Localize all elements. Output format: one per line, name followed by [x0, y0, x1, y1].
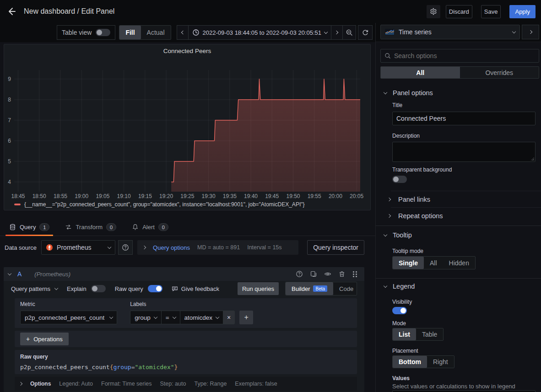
svg-text:20:00: 20:00	[329, 193, 342, 199]
viz-picker-expand-button[interactable]	[522, 25, 539, 39]
zoom-out-button[interactable]	[342, 25, 356, 40]
repeat-options-row[interactable]: Repeat options	[388, 211, 443, 220]
raw-label-key: group	[114, 364, 131, 371]
discard-button[interactable]: Discard	[446, 5, 472, 18]
section-divider	[376, 278, 541, 279]
panel-options-title: Panel options	[393, 89, 433, 97]
query-patterns-dropdown[interactable]: Query patterns	[11, 285, 58, 292]
section-divider	[376, 226, 541, 226]
add-operations-button[interactable]: + Operations	[20, 333, 69, 345]
tab-alert[interactable]: Alert 0	[126, 219, 174, 236]
datasource-picker[interactable]: Prometheus	[41, 240, 115, 255]
raw-metric: p2p_connected_peers_count	[20, 364, 110, 371]
query-help-icon[interactable]	[296, 270, 303, 278]
actual-option[interactable]: Actual	[141, 26, 171, 39]
search-options-box[interactable]	[380, 49, 539, 63]
run-queries-button[interactable]: Run queries	[238, 282, 279, 295]
tab-transform[interactable]: Transform 0	[60, 219, 122, 236]
time-range-text: 2022-09-03 18:44:05 to 2022-09-03 20:05:…	[203, 29, 322, 36]
legend-series-label[interactable]: {__name__="p2p_connected_peers_count", g…	[24, 201, 304, 208]
chart-panel[interactable]: Connected Peers 18:4518:5018:5519:0019:0…	[4, 44, 371, 210]
table-view-toggle[interactable]	[96, 29, 110, 36]
svg-text:19:05: 19:05	[96, 193, 109, 199]
query-patterns-label: Query patterns	[11, 285, 50, 292]
arrow-left-icon	[6, 6, 16, 16]
remove-label-button[interactable]: ×	[223, 311, 235, 324]
label-name-select[interactable]: group	[130, 311, 162, 324]
clock-icon	[192, 29, 200, 36]
add-label-button[interactable]: +	[239, 311, 253, 324]
search-options-input[interactable]	[394, 52, 535, 59]
chart-legend: {__name__="p2p_connected_peers_count", g…	[14, 201, 304, 208]
legend-mode-list[interactable]: List	[393, 328, 416, 340]
timeseries-viz-icon	[385, 29, 395, 35]
tooltip-mode-all[interactable]: All	[424, 257, 443, 269]
legend-visibility-toggle[interactable]	[392, 307, 407, 314]
duplicate-query-icon[interactable]	[310, 270, 317, 278]
description-textarea[interactable]	[392, 142, 536, 162]
label-op-select[interactable]: =	[161, 311, 180, 324]
legend-placement-bottom[interactable]: Bottom	[393, 356, 427, 368]
top-bar: New dashboard / Edit Panel Discard Save …	[0, 0, 541, 23]
legend-placement-right[interactable]: Right	[427, 356, 454, 368]
query-options-label: Query options	[153, 244, 190, 251]
legend-series-marker[interactable]	[14, 204, 21, 205]
panel-options-header[interactable]: Panel options	[384, 89, 433, 97]
svg-text:5: 5	[8, 158, 11, 165]
query-inspector-button[interactable]: Query inspector	[307, 240, 364, 255]
collapse-chevron-icon[interactable]	[8, 272, 11, 275]
operations-block: + Operations	[15, 331, 357, 347]
query-options-bar[interactable]: Query options MD = auto = 891 Interval =…	[137, 240, 298, 255]
labels-label: Labels	[130, 301, 253, 307]
comment-icon	[172, 285, 178, 292]
datasource-value: Prometheus	[57, 244, 104, 251]
give-feedback-label: Give feedback	[181, 285, 219, 292]
alert-count-badge: 0	[158, 223, 168, 231]
settings-button[interactable]	[427, 5, 440, 18]
datasource-help-button[interactable]	[118, 240, 133, 255]
filter-tab-overrides[interactable]: Overrides	[460, 67, 539, 78]
tooltip-mode-hidden[interactable]: Hidden	[443, 257, 475, 269]
legend-mode-table[interactable]: Table	[416, 328, 443, 340]
legend-values-label: Values	[392, 375, 410, 381]
metric-labels-block: Metric p2p_connected_peers_count Labels …	[15, 298, 357, 328]
time-range-picker[interactable]: 2022-09-03 18:44:05 to 2022-09-03 20:05:…	[188, 25, 332, 40]
help-circle-icon	[122, 244, 129, 251]
title-input[interactable]	[392, 112, 536, 125]
save-button[interactable]: Save	[481, 5, 501, 18]
query-row-header[interactable]: A (Prometheus)	[4, 267, 364, 281]
explain-toggle[interactable]	[91, 285, 106, 292]
transparent-background-toggle[interactable]	[392, 176, 407, 183]
label-value-select[interactable]: atomicdex	[180, 311, 224, 324]
viz-picker[interactable]: Time series	[380, 25, 520, 39]
legend-placement-label: Placement	[392, 348, 418, 354]
legend-mode-segment: List Table	[392, 328, 444, 341]
tooltip-mode-single[interactable]: Single	[393, 257, 424, 269]
svg-text:19:15: 19:15	[138, 193, 152, 199]
tooltip-header[interactable]: Tooltip	[384, 231, 412, 239]
query-options-row[interactable]: Options Legend: Auto Format: Time series…	[15, 377, 357, 391]
hide-query-icon[interactable]	[324, 270, 331, 278]
tab-query[interactable]: Query 1	[4, 219, 55, 236]
fill-option[interactable]: Fill	[119, 26, 141, 39]
filter-tab-all[interactable]: All	[381, 67, 460, 78]
back-button[interactable]	[6, 6, 23, 16]
metric-label: Metric	[20, 301, 117, 307]
give-feedback-link[interactable]: Give feedback	[172, 285, 219, 292]
time-range-forward-button[interactable]	[331, 25, 343, 40]
tooltip-mode-segment: Single All Hidden	[392, 256, 476, 269]
time-range-back-button[interactable]	[177, 25, 189, 40]
code-option[interactable]: Code	[333, 282, 357, 295]
panel-links-row[interactable]: Panel links	[388, 195, 430, 204]
metric-select[interactable]: p2p_connected_peers_count	[20, 311, 117, 324]
tab-alert-label: Alert	[142, 224, 155, 231]
legend-values-input[interactable]	[392, 390, 536, 392]
delete-query-icon[interactable]	[338, 270, 346, 278]
refresh-button[interactable]	[358, 25, 373, 40]
panel-toolbar: Table view Fill Actual 2022-09-03 18:44:…	[0, 23, 375, 42]
drag-handle-icon[interactable]	[352, 271, 357, 277]
raw-query-toggle[interactable]	[148, 285, 162, 292]
builder-option[interactable]: Builder Beta	[286, 282, 333, 295]
apply-button[interactable]: Apply	[509, 5, 536, 18]
legend-header[interactable]: Legend	[384, 283, 415, 290]
